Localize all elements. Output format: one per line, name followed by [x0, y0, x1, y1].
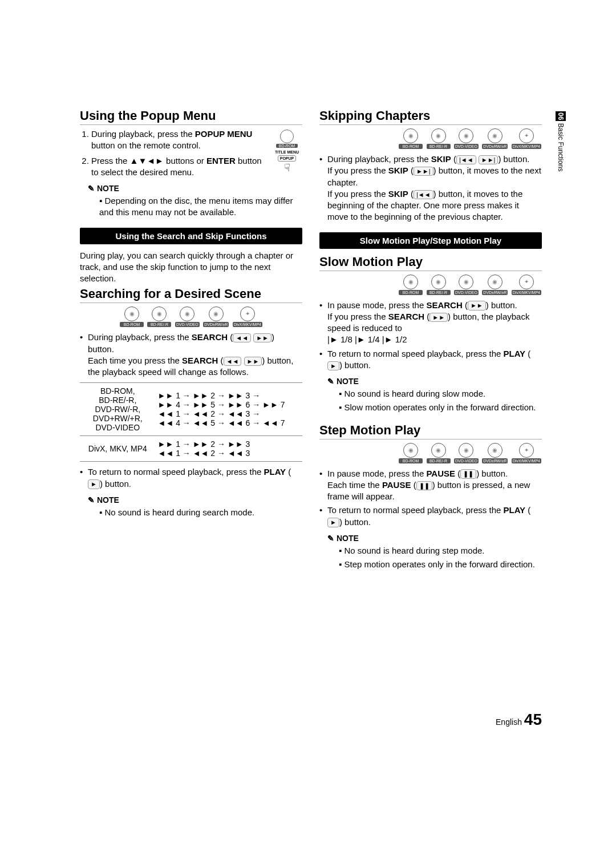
play-icon: ►: [88, 479, 100, 489]
table-row: DivX, MKV, MP4 ►► 1 → ►► 2 → ►► 3 ◄◄ 1 →…: [80, 436, 302, 462]
disc-badge: ◉DVD-VIDEO: [454, 443, 479, 463]
slow-note-1: No sound is heard during slow mode.: [339, 388, 542, 400]
disc-badge: ◉BD-ROM: [399, 275, 423, 295]
skip-forward-icon: ►►|: [479, 155, 499, 164]
disc-badge: ✦DivX/MKV/MP4: [233, 306, 262, 327]
search-intro: During play, you can search quickly thro…: [80, 250, 302, 285]
chapter-title: Basic Functions: [557, 123, 565, 172]
popup-step-1: During playback, press the POPUP MENU bu…: [91, 128, 302, 152]
note-header: NOTE: [88, 495, 302, 505]
popup-note-list: Depending on the disc, the menu items ma…: [99, 195, 302, 219]
speed-cell-values: ►► 1 → ►► 2 → ►► 3 → ►► 4 → ►► 5 → ►► 6 …: [156, 383, 302, 436]
disc-badge: ◉DVD±RW/±R: [203, 306, 229, 327]
popup-side-graphic: BD-ROM TITLE MENU POPUP ☟: [271, 128, 302, 174]
skip-back-icon: |◄◄: [456, 155, 476, 164]
heading-popup-menu: Using the Popup Menu: [80, 108, 302, 125]
disc-badge: ◉DVD-VIDEO: [454, 128, 479, 149]
speed-cell-formats: BD-ROM, BD-RE/-R, DVD-RW/-R, DVD+RW/+R, …: [80, 383, 156, 436]
skip-back-icon: |◄◄: [414, 190, 433, 199]
band-search-skip: Using the Search and Skip Functions: [80, 228, 302, 244]
manual-page: 06 Basic Functions Using the Popup Menu …: [0, 0, 616, 843]
step-bullet-1: In pause mode, press the PAUSE (❚❚) butt…: [319, 468, 542, 503]
pause-icon: ❚❚: [460, 469, 476, 478]
disc-badge: ◉BD-ROM: [399, 128, 423, 149]
disc-badge: ◉DVD±RW/±R: [482, 275, 508, 295]
disc-badge: ◉BD-RE/-R: [427, 128, 451, 149]
play-icon: ►: [327, 361, 339, 370]
note-header: NOTE: [88, 184, 302, 193]
footer-lang: English: [496, 717, 522, 727]
note-header: NOTE: [327, 377, 542, 386]
page-number: 45: [524, 711, 542, 728]
disc-badge: ◉BD-RE/-R: [427, 275, 451, 295]
disc-badge: ✦DivX/MKV/MP4: [512, 275, 541, 295]
skip-bullets: During playback, press the SKIP (|◄◄ ►►|…: [319, 154, 542, 223]
popup-button-graphic: POPUP: [278, 155, 297, 162]
disc-badge: ◉DVD-VIDEO: [454, 275, 479, 295]
disc-badge: ◉BD-RE/-R: [147, 306, 171, 327]
slow-speeds: |► 1/8 |► 1/4 |► 1/2: [327, 334, 407, 344]
note-header: NOTE: [327, 534, 542, 543]
popup-step-2: Press the ▲▼◄► buttons or ENTER button t…: [91, 155, 302, 179]
disc-row-slow: ◉BD-ROM ◉BD-RE/-R ◉DVD-VIDEO ◉DVD±RW/±R …: [319, 275, 542, 295]
disc-badge: ◉DVD±RW/±R: [482, 128, 508, 149]
disc-badge: ◉DVD-VIDEO: [175, 306, 200, 327]
popup-steps: During playback, press the POPUP MENU bu…: [91, 128, 302, 178]
speed-cell-values: ►► 1 → ►► 2 → ►► 3 ◄◄ 1 → ◄◄ 2 → ◄◄ 3: [156, 436, 302, 462]
disc-row-skip: ◉BD-ROM ◉BD-RE/-R ◉DVD-VIDEO ◉DVD±RW/±R …: [319, 128, 542, 149]
disc-icon: [280, 130, 294, 143]
margin-tab: 06 Basic Functions: [557, 111, 565, 171]
rewind-icon: ◄◄: [224, 357, 242, 366]
step-bullet-2: To return to normal speed playback, pres…: [319, 505, 542, 528]
table-row: BD-ROM, BD-RE/-R, DVD-RW/-R, DVD+RW/+R, …: [80, 383, 302, 436]
search-note-list: No sound is heard during search mode.: [99, 507, 302, 518]
search-bullet-2: To return to normal speed playback, pres…: [80, 466, 302, 490]
slow-note-2: Slow motion operates only in the forward…: [339, 402, 542, 413]
page-footer: English 45: [496, 711, 542, 729]
pause-icon: ❚❚: [416, 481, 432, 490]
fastforward-icon: ►►: [244, 357, 262, 366]
disc-badge: ✦DivX/MKV/MP4: [512, 128, 541, 149]
chapter-number: 06: [556, 111, 566, 121]
band-slow-step: Slow Motion Play/Step Motion Play: [319, 232, 542, 249]
fastforward-icon: ►►: [253, 333, 271, 342]
hand-icon: ☟: [271, 162, 302, 174]
disc-row-step: ◉BD-ROM ◉BD-RE/-R ◉DVD-VIDEO ◉DVD±RW/±R …: [319, 443, 542, 463]
heading-slow-motion: Slow Motion Play: [319, 255, 542, 271]
rewind-icon: ◄◄: [233, 333, 251, 342]
disc-badge: ◉DVD±RW/±R: [482, 443, 508, 463]
slow-bullet-1: In pause mode, press the SEARCH (►►) but…: [319, 300, 542, 346]
play-icon: ►: [327, 518, 339, 527]
speed-cell-formats: DivX, MKV, MP4: [80, 436, 156, 462]
heading-step-motion: Step Motion Play: [319, 423, 542, 439]
disc-row-search: ◉BD-ROM ◉BD-RE/-R ◉DVD-VIDEO ◉DVD±RW/±R …: [80, 306, 302, 327]
popup-note-item: Depending on the disc, the menu items ma…: [99, 195, 302, 219]
fastforward-icon: ►►: [429, 313, 448, 322]
search-bullets-2: To return to normal speed playback, pres…: [80, 466, 302, 490]
skip-forward-icon: ►►|: [414, 167, 433, 176]
right-column: Skipping Chapters ◉BD-ROM ◉BD-RE/-R ◉DVD…: [319, 108, 542, 572]
search-bullets: During playback, press the SEARCH (◄◄ ►►…: [80, 332, 302, 378]
step-note-2: Step motion operates only in the forward…: [339, 559, 542, 570]
heading-skipping-chapters: Skipping Chapters: [319, 108, 542, 125]
disc-label: BD-ROM: [276, 144, 298, 148]
skip-bullet-1: During playback, press the SKIP (|◄◄ ►►|…: [319, 154, 542, 223]
step-note-list: No sound is heard during step mode. Step…: [339, 545, 542, 571]
disc-badge: ◉BD-RE/-R: [427, 443, 451, 463]
slow-bullets: In pause mode, press the SEARCH (►►) but…: [319, 300, 542, 372]
speed-table: BD-ROM, BD-RE/-R, DVD-RW/-R, DVD+RW/+R, …: [80, 382, 302, 462]
left-column: Using the Popup Menu BD-ROM TITLE MENU P…: [80, 108, 302, 572]
step-note-1: No sound is heard during step mode.: [339, 545, 542, 556]
slow-bullet-2: To return to normal speed playback, pres…: [319, 348, 542, 372]
disc-badge: ◉BD-ROM: [120, 306, 144, 327]
step-bullets: In pause mode, press the PAUSE (❚❚) butt…: [319, 468, 542, 528]
slow-note-list: No sound is heard during slow mode. Slow…: [339, 388, 542, 414]
disc-badge: ◉BD-ROM: [399, 443, 423, 463]
fastforward-icon: ►►: [468, 301, 486, 310]
title-menu-label: TITLE MENU: [271, 150, 302, 154]
disc-badge: ✦DivX/MKV/MP4: [512, 443, 541, 463]
heading-searching-scene: Searching for a Desired Scene: [80, 287, 302, 303]
search-note-item: No sound is heard during search mode.: [99, 507, 302, 518]
search-bullet-1: During playback, press the SEARCH (◄◄ ►►…: [80, 332, 302, 378]
